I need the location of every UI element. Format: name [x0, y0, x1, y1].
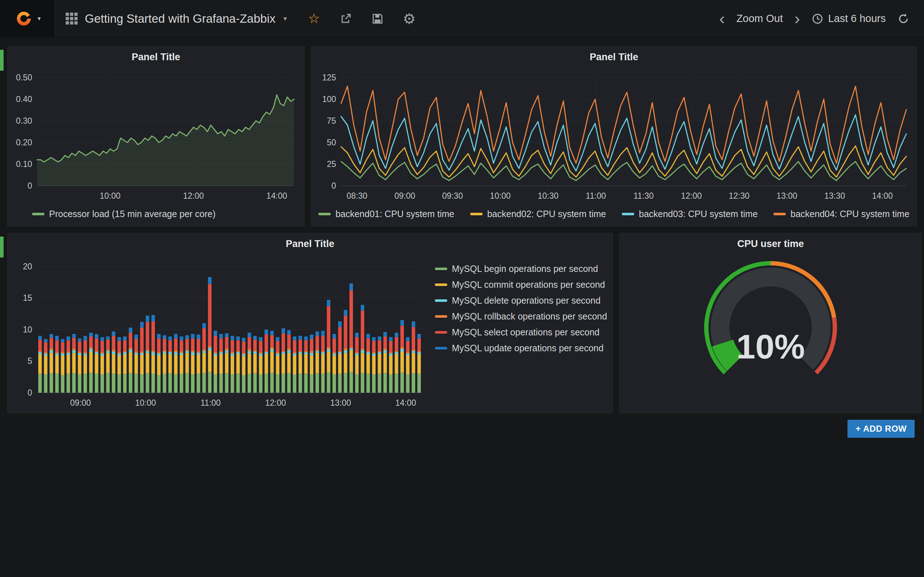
panel-title[interactable]: CPU user time: [620, 233, 921, 254]
legend-label: backend03: CPU system time: [639, 209, 758, 219]
svg-text:10: 10: [23, 325, 32, 334]
svg-text:0.10: 0.10: [16, 160, 32, 169]
save-icon[interactable]: [370, 11, 385, 26]
legend-item[interactable]: MySQL delete operations per second: [435, 295, 607, 306]
legend-label: backend04: CPU system time: [790, 209, 909, 219]
legend-item[interactable]: backend03: CPU system time: [622, 209, 758, 219]
svg-text:09:00: 09:00: [70, 398, 91, 408]
legend-label: MySQL update operations per second: [452, 343, 604, 353]
chevron-right-icon[interactable]: ›: [793, 12, 801, 25]
chart-legend: backend01: CPU system timebackend02: CPU…: [314, 204, 914, 224]
chevron-left-icon[interactable]: ‹: [718, 12, 726, 25]
legend-color-swatch: [435, 347, 447, 350]
legend-label: backend01: CPU system time: [335, 209, 454, 219]
legend-color-swatch: [318, 213, 331, 215]
svg-text:25: 25: [327, 160, 336, 169]
legend-label: MySQL rollback operations per second: [452, 311, 607, 322]
mysql-operations-chart[interactable]: 0510152009:0010:0011:0012:0013:0014:00: [10, 254, 429, 411]
dashboard-title: Getting Started with Grafana-Zabbix: [85, 12, 275, 26]
chart-legend: Processor load (15 min average per core): [10, 204, 301, 224]
legend-color-swatch: [435, 299, 447, 302]
zoom-out-button[interactable]: Zoom Out: [736, 13, 783, 24]
panel-title[interactable]: Panel Title: [8, 47, 304, 68]
dashboard-grid-icon: [66, 13, 78, 24]
svg-text:15: 15: [23, 293, 32, 303]
star-icon[interactable]: ☆: [307, 11, 321, 26]
svg-text:10:30: 10:30: [538, 191, 559, 200]
legend-label: MySQL commit operations per second: [452, 279, 605, 290]
refresh-icon[interactable]: [896, 11, 911, 26]
row-menu-handle[interactable]: [0, 237, 3, 258]
svg-text:0.30: 0.30: [16, 116, 32, 126]
legend-color-swatch: [435, 331, 447, 334]
chevron-down-icon: ▾: [37, 15, 41, 23]
dashboard-row-1: Panel Title 00.100.200.300.400.5010:0012…: [7, 46, 917, 226]
legend-item[interactable]: MySQL select operations per second: [435, 327, 607, 338]
legend-item[interactable]: MySQL commit operations per second: [435, 279, 607, 290]
dashboard-row-2: Panel Title 0510152009:0010:0011:0012:00…: [7, 233, 917, 413]
svg-text:0: 0: [27, 388, 32, 397]
legend-item[interactable]: Processor load (15 min average per core): [32, 209, 215, 219]
svg-text:100: 100: [322, 95, 336, 104]
legend-item[interactable]: backend01: CPU system time: [318, 209, 454, 219]
chart-legend: MySQL begin operations per secondMySQL c…: [429, 254, 610, 411]
row-menu-handle[interactable]: [0, 50, 3, 71]
panel-title[interactable]: Panel Title: [312, 47, 916, 68]
svg-text:14:00: 14:00: [395, 398, 416, 408]
svg-text:12:00: 12:00: [183, 191, 204, 200]
dashboard: Panel Title 00.100.200.300.400.5010:0012…: [0, 37, 924, 446]
svg-text:09:00: 09:00: [394, 191, 415, 200]
svg-text:75: 75: [327, 116, 336, 126]
grafana-logo-menu[interactable]: ▾: [0, 0, 55, 37]
svg-text:09:30: 09:30: [442, 191, 463, 200]
svg-text:10:00: 10:00: [100, 191, 121, 200]
processor-load-chart[interactable]: 00.100.200.300.400.5010:0012:0014:00: [10, 68, 301, 204]
svg-text:14:00: 14:00: [267, 191, 287, 200]
legend-color-swatch: [470, 213, 483, 215]
legend-item[interactable]: backend02: CPU system time: [470, 209, 606, 219]
svg-text:50: 50: [327, 138, 336, 147]
legend-label: MySQL delete operations per second: [452, 295, 601, 306]
gear-icon[interactable]: ⚙: [402, 11, 417, 26]
svg-text:13:00: 13:00: [776, 191, 797, 200]
svg-text:0.40: 0.40: [16, 95, 32, 104]
legend-color-swatch: [622, 213, 634, 215]
legend-label: Processor load (15 min average per core): [49, 209, 215, 219]
svg-text:14:00: 14:00: [872, 191, 893, 200]
svg-text:12:00: 12:00: [681, 191, 702, 200]
legend-color-swatch: [435, 284, 447, 286]
svg-text:0.20: 0.20: [16, 138, 32, 147]
svg-text:20: 20: [23, 262, 32, 271]
cpu-system-time-chart[interactable]: 025507510012508:3009:0009:3010:0010:3011…: [314, 68, 914, 204]
legend-label: backend02: CPU system time: [487, 209, 606, 219]
legend-color-swatch: [435, 315, 447, 318]
chevron-down-icon: ▾: [283, 15, 287, 23]
share-icon[interactable]: [338, 11, 353, 26]
dashboard-title-picker[interactable]: Getting Started with Grafana-Zabbix ▾: [55, 0, 298, 37]
panel-cpu-user-time: CPU user time 10%: [619, 233, 922, 413]
legend-color-swatch: [774, 213, 786, 215]
svg-text:5: 5: [27, 356, 32, 366]
top-navbar: ▾ Getting Started with Grafana-Zabbix ▾ …: [0, 0, 924, 37]
svg-text:11:30: 11:30: [633, 191, 654, 200]
svg-text:0.50: 0.50: [16, 73, 32, 82]
panel-title[interactable]: Panel Title: [8, 233, 612, 254]
svg-text:10:00: 10:00: [490, 191, 511, 200]
add-row-button[interactable]: + ADD ROW: [848, 420, 914, 438]
legend-item[interactable]: MySQL begin operations per second: [435, 264, 607, 274]
legend-color-swatch: [435, 268, 447, 270]
svg-text:10:00: 10:00: [135, 398, 156, 408]
legend-item[interactable]: MySQL update operations per second: [435, 343, 607, 353]
legend-item[interactable]: backend04: CPU system time: [774, 209, 909, 219]
svg-text:125: 125: [322, 73, 336, 82]
add-row-container: + ADD ROW: [7, 420, 917, 438]
legend-label: MySQL select operations per second: [452, 327, 599, 338]
time-range-picker[interactable]: Last 6 hours: [811, 13, 886, 25]
legend-color-swatch: [32, 213, 44, 215]
svg-text:13:30: 13:30: [824, 191, 845, 200]
svg-text:0: 0: [27, 181, 32, 190]
legend-item[interactable]: MySQL rollback operations per second: [435, 311, 607, 322]
navbar-actions: ☆ ⚙: [307, 11, 417, 26]
cpu-user-time-gauge[interactable]: 10%: [623, 255, 919, 410]
panel-mysql-operations: Panel Title 0510152009:0010:0011:0012:00…: [7, 233, 613, 413]
